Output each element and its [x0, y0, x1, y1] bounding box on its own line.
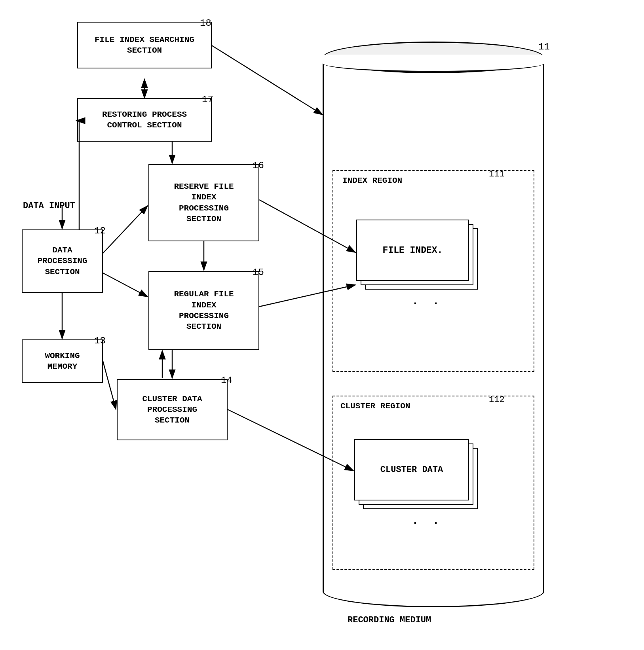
- label-15: 15: [253, 267, 264, 278]
- reserve-file-index-processing-section: RESERVE FILEINDEXPROCESSINGSECTION: [148, 164, 259, 241]
- working-memory: WORKINGMEMORY: [22, 339, 103, 383]
- svg-line-4: [103, 361, 116, 409]
- label-12: 12: [94, 226, 106, 236]
- recording-medium-label: RECORDING MEDIUM: [348, 615, 431, 625]
- label-11: 11: [538, 42, 550, 52]
- label-17: 17: [202, 94, 213, 105]
- label-111: 111: [489, 169, 505, 179]
- data-processing-section: DATAPROCESSINGSECTION: [22, 229, 103, 293]
- label-13: 13: [94, 335, 106, 346]
- arrows-svg: [0, 0, 644, 650]
- label-16: 16: [253, 160, 264, 171]
- file-index-searching-section: FILE INDEX SEARCHINGSECTION: [77, 22, 212, 68]
- cluster-region-label: CLUSTER REGION: [340, 402, 410, 411]
- data-input-label: DATA INPUT: [23, 201, 75, 211]
- file-index-card-1: FILE INDEX.: [356, 220, 469, 281]
- svg-line-9: [103, 273, 148, 297]
- label-112: 112: [489, 395, 505, 405]
- cylinder-top-front: [323, 55, 544, 72]
- regular-file-index-processing-section: REGULAR FILEINDEXPROCESSINGSECTION: [148, 271, 259, 350]
- label-14: 14: [221, 375, 232, 386]
- restoring-process-control-section: RESTORING PROCESSCONTROL SECTION: [77, 98, 212, 142]
- cluster-data-processing-section: CLUSTER DATAPROCESSINGSECTION: [117, 379, 228, 440]
- cluster-data-card-1: CLUSTER DATA: [354, 439, 469, 500]
- file-index-dots: · ·: [412, 297, 443, 310]
- svg-line-6: [212, 45, 323, 115]
- index-region-label: INDEX REGION: [342, 176, 402, 185]
- label-18: 18: [200, 18, 211, 28]
- cluster-data-dots: · ·: [412, 516, 443, 530]
- svg-line-8: [103, 206, 148, 253]
- diagram: 11 INDEX REGION 111 FILE INDEX. · · CLUS…: [0, 0, 644, 650]
